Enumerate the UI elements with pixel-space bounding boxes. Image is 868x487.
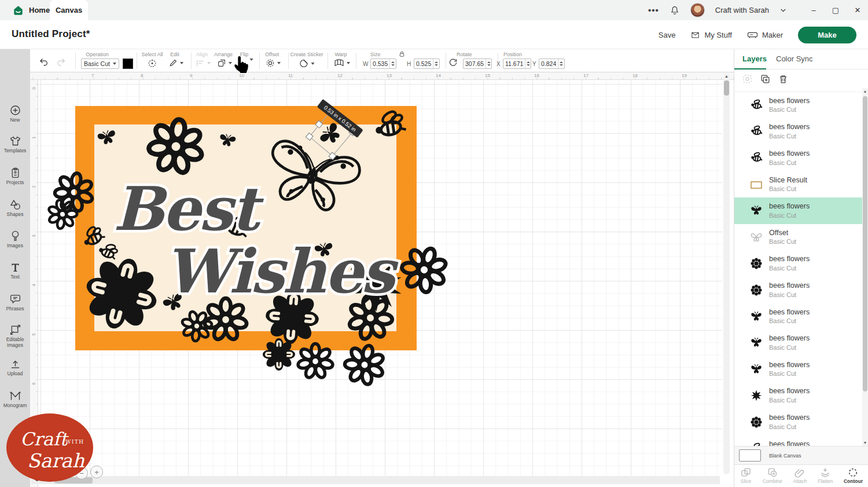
minimize-button[interactable]: – <box>808 6 819 14</box>
shapes-icon <box>9 199 21 211</box>
group-select-button <box>742 74 753 85</box>
duplicate-button[interactable] <box>760 74 771 85</box>
layer-row[interactable]: bees flowersBasic Cut <box>734 119 863 145</box>
panel-tabs: Layers Color Sync <box>734 49 868 69</box>
layer-type: Basic Cut <box>769 132 810 140</box>
close-button[interactable]: ✕ <box>852 6 863 14</box>
maker-button[interactable]: Maker <box>747 30 783 39</box>
sidebar-item-phrases[interactable]: Phrases <box>0 293 30 312</box>
zoom-in-button[interactable]: + <box>90 466 103 478</box>
delete-button[interactable] <box>778 74 789 85</box>
layer-row[interactable]: OffsetBasic Cut <box>734 224 863 251</box>
redo-button[interactable] <box>57 58 68 69</box>
slice-icon <box>740 467 752 478</box>
sidebar-item-monogram[interactable]: Monogram <box>0 390 30 409</box>
edit-button[interactable] <box>168 58 183 68</box>
more-options-icon[interactable]: ••• <box>648 5 659 15</box>
select-all-button[interactable] <box>148 58 157 68</box>
width-axis-label: W <box>363 61 368 67</box>
avatar[interactable] <box>690 3 705 17</box>
attach-icon <box>794 467 806 478</box>
layer-row[interactable]: bees flowersBasic Cut <box>734 145 863 171</box>
position-x-stepper[interactable] <box>525 59 531 68</box>
tab-canvas[interactable]: Canvas <box>50 0 88 20</box>
sidebar-item-shapes[interactable]: Shapes <box>0 199 30 218</box>
my-stuff-button[interactable]: My Stuff <box>690 30 731 39</box>
layer-butterfly-icon <box>749 362 763 376</box>
layer-row-selected[interactable]: bees flowersBasic Cut <box>734 197 863 224</box>
layer-row[interactable]: bees flowersBasic Cut <box>734 383 863 409</box>
sidebar-item-images[interactable]: Images <box>0 230 30 249</box>
arrange-button[interactable] <box>217 58 232 68</box>
profile-name[interactable]: Craft with Sarah <box>715 6 769 14</box>
rotate-stepper[interactable] <box>486 59 491 68</box>
layers-tab-underline <box>734 68 766 69</box>
attach-button: Attach <box>793 467 807 487</box>
tab-layers[interactable]: Layers <box>742 54 767 63</box>
layer-flower-icon <box>749 283 763 297</box>
position-y-stepper[interactable] <box>558 59 564 68</box>
layers-scroll-down-icon[interactable]: ▼ <box>862 441 868 445</box>
layer-row[interactable]: bees flowersBasic Cut <box>734 92 863 119</box>
position-x-input[interactable]: 11.671 <box>503 58 531 69</box>
vertical-scroll-thumb[interactable] <box>724 80 729 96</box>
rotate-input[interactable]: 307.65 <box>463 58 492 69</box>
canvas-horizontal-scrollbar[interactable]: ◄ <box>31 476 720 484</box>
tab-color-sync[interactable]: Color Sync <box>776 54 813 63</box>
layer-type: Basic Cut <box>769 237 796 246</box>
artwork-text-line2: Wishes <box>164 236 399 307</box>
layer-row[interactable]: bees flowersBasic Cut <box>734 356 863 383</box>
blank-canvas-swatch[interactable] <box>739 449 761 462</box>
create-sticker-button[interactable] <box>299 58 315 68</box>
rotate-button[interactable] <box>449 58 458 67</box>
layer-type: Basic Cut <box>769 423 810 431</box>
save-button[interactable]: Save <box>659 31 676 39</box>
layer-row[interactable]: bees flowersBasic Cut <box>734 435 863 446</box>
flatten-icon <box>819 467 831 478</box>
tab-home[interactable]: Home <box>8 0 54 20</box>
undo-button[interactable] <box>39 58 50 69</box>
operation-select[interactable]: Basic Cut <box>81 58 119 69</box>
chevron-down-icon[interactable] <box>779 6 787 14</box>
sidebar-item-text[interactable]: Text <box>0 261 30 280</box>
sidebar-item-label: Images <box>0 243 30 249</box>
layer-bee-icon <box>749 125 763 138</box>
lock-icon[interactable] <box>398 50 406 58</box>
layer-name: bees flowers <box>769 413 810 423</box>
sidebar-item-templates[interactable]: Templates <box>0 135 30 154</box>
layer-row[interactable]: bees flowersBasic Cut <box>734 251 863 277</box>
make-button[interactable]: Make <box>798 27 856 43</box>
layers-scroll-up-icon[interactable]: ▲ <box>862 89 868 93</box>
sidebar-item-editable-images[interactable]: Editable Images <box>0 324 30 349</box>
sidebar-item-upload[interactable]: Upload <box>0 358 30 377</box>
warp-button[interactable] <box>334 58 350 67</box>
layer-row[interactable]: bees flowersBasic Cut <box>734 303 863 330</box>
cricut-design-space-window: Home Canvas ••• Craft with Sarah – ▢ ✕ U… <box>0 0 868 487</box>
maximize-button[interactable]: ▢ <box>830 6 841 14</box>
canvas-vertical-scrollbar[interactable]: ▲ <box>723 74 730 474</box>
width-stepper[interactable] <box>389 59 396 68</box>
ruler-top-number: 19 <box>682 73 687 78</box>
layer-row[interactable]: Slice ResultBasic Cut <box>734 171 863 198</box>
ruler-top-number: 15 <box>485 73 490 78</box>
scroll-up-icon[interactable]: ▲ <box>723 74 730 78</box>
blank-canvas-row[interactable]: Blank Canvas <box>734 446 868 464</box>
layers-scrollbar[interactable]: ▲ ▼ <box>862 88 868 446</box>
height-stepper[interactable] <box>433 59 439 68</box>
layer-row[interactable]: bees flowersBasic Cut <box>734 409 863 435</box>
sidebar-item-new[interactable]: New <box>0 104 30 123</box>
sidebar-item-label: Editable Images <box>0 337 30 349</box>
position-y-input[interactable]: 0.824 <box>539 58 565 69</box>
contour-button[interactable]: Contour <box>844 467 863 487</box>
offset-button[interactable] <box>266 58 281 68</box>
height-input[interactable]: 0.525 <box>414 58 440 69</box>
layers-scroll-thumb[interactable] <box>863 96 867 391</box>
design-canvas[interactable]: Best Wishes 0.53 <box>30 72 734 487</box>
layer-name: bees flowers <box>769 440 810 446</box>
layer-row[interactable]: bees flowersBasic Cut <box>734 329 863 356</box>
sidebar-item-projects[interactable]: Projects <box>0 167 30 186</box>
color-swatch[interactable] <box>123 58 133 69</box>
notifications-bell-icon[interactable] <box>670 5 680 16</box>
width-input[interactable]: 0.535 <box>370 58 396 69</box>
layer-row[interactable]: bees flowersBasic Cut <box>734 277 863 303</box>
